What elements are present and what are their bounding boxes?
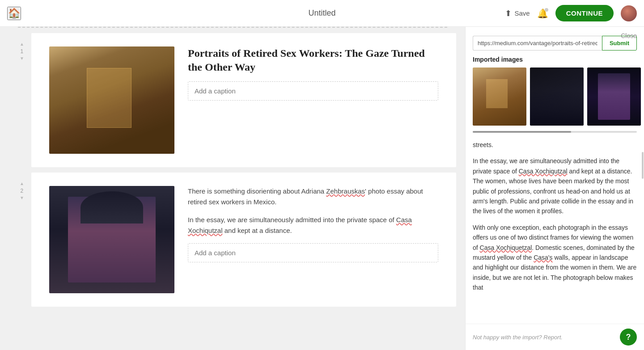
- save-button[interactable]: ⬆ Save: [505, 8, 530, 18]
- scroll-thumb: [473, 131, 571, 133]
- url-input[interactable]: [473, 36, 602, 51]
- document-title: Untitled: [308, 8, 335, 18]
- row-1-up-arrow[interactable]: ▲: [20, 42, 24, 46]
- woman-photo: [49, 186, 174, 293]
- sidebar-close-button[interactable]: Close: [621, 32, 637, 39]
- row-1-number: 1: [21, 48, 24, 55]
- story-block-1: Portraits of Retired Sex Workers: The Ga…: [31, 33, 456, 167]
- notifications-button[interactable]: 🔔: [537, 8, 548, 19]
- sidebar-text-content: streets. In the essay, we are simultaneo…: [466, 136, 644, 324]
- sidebar-footer: Not happy with the import? Report. ?: [466, 324, 644, 350]
- scroll-indicator: [473, 131, 637, 133]
- story-paragraph-2: There is something disorienting about Ad…: [188, 186, 438, 207]
- avatar-image: [621, 5, 637, 21]
- story-text-area-2: There is something disorienting about Ad…: [188, 186, 438, 262]
- content-area: ▲ 1 ▼ Portraits of Retired Sex Workers: …: [0, 27, 465, 350]
- main-container: ▲ 1 ▼ Portraits of Retired Sex Workers: …: [0, 27, 644, 350]
- row-2-up-arrow[interactable]: ▲: [20, 181, 24, 186]
- sidebar-text-streets: streets.: [473, 140, 637, 150]
- story-row-1: ▲ 1 ▼ Portraits of Retired Sex Workers: …: [0, 33, 465, 167]
- not-happy-text: Not happy with the import? Report.: [473, 334, 563, 341]
- story-image-2: [49, 186, 174, 293]
- topbar-left: 🏠: [7, 7, 21, 20]
- casa-link: Casa Xochiqutzal: [188, 216, 412, 234]
- imported-images-row: [466, 67, 644, 131]
- imported-image-1[interactable]: [473, 67, 526, 126]
- sidebar-text-photographs: With only one exception, each photograph…: [473, 223, 637, 293]
- imported-image-3[interactable]: [587, 67, 641, 126]
- story-content-row-2: There is something disorienting about Ad…: [49, 186, 438, 293]
- save-label: Save: [514, 9, 530, 17]
- author-name-link: Zehbrauskas: [326, 187, 365, 195]
- save-icon: ⬆: [505, 8, 512, 18]
- sidebar-scrollbar-track: [641, 116, 644, 323]
- sidebar-url-row: Submit: [466, 29, 644, 56]
- story-image-1: [49, 46, 174, 154]
- imported-images-title: Imported images: [466, 56, 644, 67]
- story-title-1: Portraits of Retired Sex Workers: The Ga…: [188, 46, 438, 74]
- dashed-separator: [18, 27, 447, 28]
- help-button[interactable]: ?: [620, 329, 637, 346]
- user-avatar[interactable]: [621, 5, 637, 21]
- row-1-down-arrow[interactable]: ▼: [20, 56, 24, 61]
- caption-input-1[interactable]: [188, 81, 438, 101]
- story-content-row-1: Portraits of Retired Sex Workers: The Ga…: [49, 46, 438, 154]
- notification-dot: [545, 8, 548, 12]
- sidebar-text-essay: In the essay, we are simultaneously admi…: [473, 156, 637, 216]
- row-2-down-arrow[interactable]: ▼: [20, 196, 24, 200]
- imported-image-2[interactable]: [530, 67, 584, 126]
- home-button[interactable]: 🏠: [7, 7, 21, 20]
- story-row-2: ▲ 2 ▼ There is something disorienting ab…: [0, 173, 465, 307]
- sidebar: Close Submit Imported images: [465, 27, 644, 350]
- topbar-right: ⬆ Save 🔔 CONTINUE: [505, 5, 637, 21]
- room-photo: [49, 46, 174, 154]
- story-paragraph-3: In the essay, we are simultaneously admi…: [188, 215, 438, 236]
- story-text-area-1: Portraits of Retired Sex Workers: The Ga…: [188, 46, 438, 101]
- story-block-2: There is something disorienting about Ad…: [31, 173, 456, 307]
- topbar: 🏠 Untitled ⬆ Save 🔔 CONTINUE: [0, 0, 644, 27]
- continue-button[interactable]: CONTINUE: [555, 5, 614, 21]
- row-2-number: 2: [21, 188, 24, 194]
- title-text: Untitled: [308, 8, 335, 17]
- caption-input-2[interactable]: [188, 243, 438, 262]
- sidebar-scrollbar-thumb[interactable]: [642, 152, 644, 179]
